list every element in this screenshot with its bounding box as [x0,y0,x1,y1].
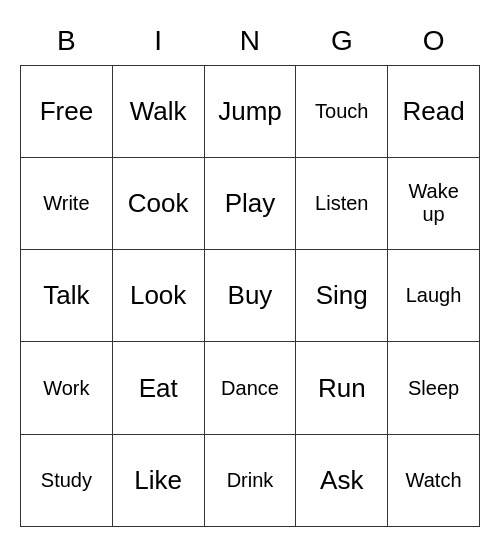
table-cell: Jump [204,65,296,157]
table-cell: Wakeup [388,157,480,249]
table-cell: Sleep [388,342,480,434]
table-row: WriteCookPlayListenWakeup [21,157,480,249]
table-row: FreeWalkJumpTouchRead [21,65,480,157]
table-cell: Read [388,65,480,157]
table-cell: Cook [112,157,204,249]
table-cell: Free [21,65,113,157]
table-cell: Walk [112,65,204,157]
bingo-table: BINGO FreeWalkJumpTouchReadWriteCookPlay… [20,17,480,527]
table-cell: Sing [296,250,388,342]
table-row: StudyLikeDrinkAskWatch [21,434,480,526]
table-cell: Listen [296,157,388,249]
table-cell: Work [21,342,113,434]
table-cell: Talk [21,250,113,342]
header-cell: I [112,17,204,65]
table-cell: Dance [204,342,296,434]
bingo-card: BINGO FreeWalkJumpTouchReadWriteCookPlay… [20,17,480,527]
header-cell: N [204,17,296,65]
table-cell: Eat [112,342,204,434]
table-cell: Laugh [388,250,480,342]
header-row: BINGO [21,17,480,65]
header-cell: B [21,17,113,65]
table-cell: Drink [204,434,296,526]
header-cell: O [388,17,480,65]
table-cell: Ask [296,434,388,526]
table-cell: Look [112,250,204,342]
table-cell: Run [296,342,388,434]
table-cell: Touch [296,65,388,157]
table-cell: Write [21,157,113,249]
table-row: TalkLookBuySingLaugh [21,250,480,342]
table-row: WorkEatDanceRunSleep [21,342,480,434]
header-cell: G [296,17,388,65]
table-cell: Buy [204,250,296,342]
table-cell: Study [21,434,113,526]
table-cell: Play [204,157,296,249]
table-cell: Like [112,434,204,526]
table-cell: Watch [388,434,480,526]
